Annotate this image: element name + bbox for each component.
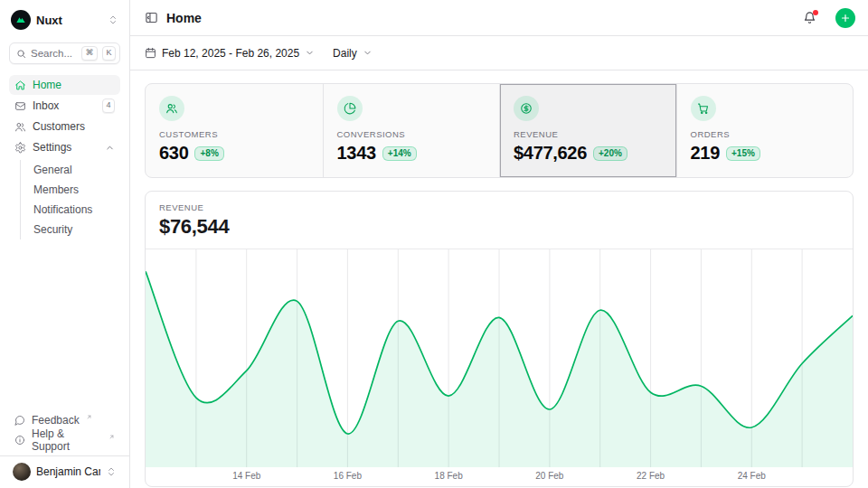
- chart-pie-icon: [337, 96, 363, 121]
- chevrons-up-down-icon: [106, 466, 117, 477]
- feedback-bubble-icon: [14, 415, 25, 426]
- external-link-icon: [86, 414, 92, 420]
- sidebar-item-security[interactable]: Security: [21, 220, 120, 239]
- stat-delta-badge: +8%: [194, 146, 223, 161]
- info-circle-icon: [14, 435, 25, 446]
- revenue-area-chart[interactable]: [146, 249, 853, 467]
- nuxt-logo-icon: [11, 10, 31, 30]
- x-tick-label: 24 Feb: [738, 471, 766, 481]
- x-tick-label: 14 Feb: [232, 471, 260, 481]
- search-icon: [16, 49, 26, 59]
- sidebar: Nuxt ⌘ K Home Inbox4 Customers SettingsG…: [0, 0, 130, 488]
- sidebar-item-general[interactable]: General: [21, 160, 120, 180]
- dashboard-app: Nuxt ⌘ K Home Inbox4 Customers SettingsG…: [0, 0, 868, 488]
- chart-metric-value: $76,544: [159, 215, 839, 239]
- stat-card-customers[interactable]: CUSTOMERS 630 +8%: [146, 84, 323, 177]
- filters-toolbar: Feb 12, 2025 - Feb 26, 2025 Daily: [130, 36, 868, 70]
- avatar: [13, 463, 31, 481]
- user-name: Benjamin Canac: [36, 465, 100, 478]
- gear-icon: [14, 142, 26, 154]
- home-icon: [14, 80, 26, 91]
- sidebar-divider: [0, 455, 129, 456]
- dollar-circle-icon: [514, 96, 539, 121]
- chart-header: REVENUE $76,544: [146, 192, 853, 249]
- user-menu[interactable]: Benjamin Canac: [9, 462, 120, 481]
- chart-svg: [146, 249, 853, 467]
- sidebar-subnav: GeneralMembersNotificationsSecurity: [20, 160, 120, 239]
- chart-metric-label: REVENUE: [159, 202, 839, 212]
- stats-row: CUSTOMERS 630 +8% CONVERSIONS 1343 +14% …: [145, 83, 854, 178]
- external-link-icon: [108, 434, 115, 440]
- granularity-label: Daily: [333, 47, 357, 60]
- search-input[interactable]: [31, 48, 77, 59]
- x-tick-label: 16 Feb: [334, 471, 362, 481]
- top-header: Home: [130, 0, 868, 36]
- granularity-select[interactable]: Daily: [333, 47, 373, 60]
- stat-card-orders[interactable]: ORDERS 219 +15%: [676, 84, 854, 177]
- calendar-icon: [145, 47, 156, 59]
- content: CUSTOMERS 630 +8% CONVERSIONS 1343 +14% …: [130, 70, 868, 488]
- stat-card-conversions[interactable]: CONVERSIONS 1343 +14%: [323, 84, 500, 177]
- users-icon: [159, 96, 184, 121]
- stat-value: 1343: [337, 143, 376, 164]
- sidebar-item-members[interactable]: Members: [21, 180, 120, 200]
- sidebar-footer: Feedback Help & Support Benjamin Canac: [9, 410, 120, 481]
- inbox-icon: [14, 100, 26, 112]
- plus-icon: [840, 13, 851, 23]
- stat-label: CONVERSIONS: [337, 129, 486, 139]
- stat-label: ORDERS: [691, 129, 840, 139]
- notifications-bell-icon[interactable]: [803, 11, 816, 24]
- x-tick-label: 18 Feb: [435, 471, 463, 481]
- sidebar-item-settings[interactable]: Settings: [9, 137, 120, 157]
- chevron-down-icon: [363, 48, 373, 58]
- chevrons-up-down-icon: [108, 14, 118, 25]
- sidebar-collapse-icon[interactable]: [145, 11, 158, 24]
- users-icon: [14, 121, 26, 133]
- sidebar-item-notifications[interactable]: Notifications: [21, 200, 120, 220]
- footer-link-help-support[interactable]: Help & Support: [9, 430, 120, 450]
- sidebar-nav: Home Inbox4 Customers SettingsGeneralMem…: [9, 75, 120, 241]
- date-range-picker[interactable]: Feb 12, 2025 - Feb 26, 2025: [145, 47, 315, 60]
- main-area: Home Feb 12, 2025 - Feb 26, 2025 Daily: [130, 0, 868, 488]
- chevron-down-icon: [305, 48, 315, 58]
- kbd-cmd: ⌘: [81, 46, 98, 60]
- page-title: Home: [166, 11, 795, 25]
- search-bar[interactable]: ⌘ K: [9, 42, 120, 64]
- date-range-label: Feb 12, 2025 - Feb 26, 2025: [162, 47, 299, 60]
- chevron-up-icon: [105, 143, 115, 153]
- chart-x-axis: 14 Feb16 Feb18 Feb20 Feb22 Feb24 Feb: [146, 467, 853, 486]
- add-button[interactable]: [835, 8, 855, 28]
- stat-value: 219: [691, 143, 720, 164]
- stat-value: $477,626: [514, 143, 587, 164]
- notification-dot: [813, 10, 818, 15]
- stat-delta-badge: +20%: [593, 146, 627, 161]
- revenue-chart-card: REVENUE $76,544 14 Feb16 Feb18 Feb20 Feb…: [145, 191, 854, 487]
- stat-delta-badge: +15%: [726, 146, 760, 161]
- stat-delta-badge: +14%: [382, 146, 417, 161]
- sidebar-item-home[interactable]: Home: [9, 75, 120, 95]
- sidebar-footer-links: Feedback Help & Support: [9, 410, 120, 450]
- x-tick-label: 22 Feb: [637, 471, 665, 481]
- kbd-k: K: [102, 46, 116, 60]
- stat-label: CUSTOMERS: [159, 129, 309, 139]
- x-tick-label: 20 Feb: [535, 471, 563, 481]
- stat-value: 630: [159, 143, 188, 164]
- sidebar-item-inbox[interactable]: Inbox4: [9, 96, 120, 116]
- stat-card-revenue[interactable]: REVENUE $477,626 +20%: [499, 84, 676, 177]
- inbox-count-badge: 4: [102, 99, 115, 112]
- workspace-name: Nuxt: [36, 14, 102, 27]
- stat-label: REVENUE: [514, 129, 663, 139]
- workspace-selector[interactable]: Nuxt: [9, 9, 120, 31]
- sidebar-item-customers[interactable]: Customers: [9, 117, 120, 136]
- cart-icon: [691, 96, 716, 121]
